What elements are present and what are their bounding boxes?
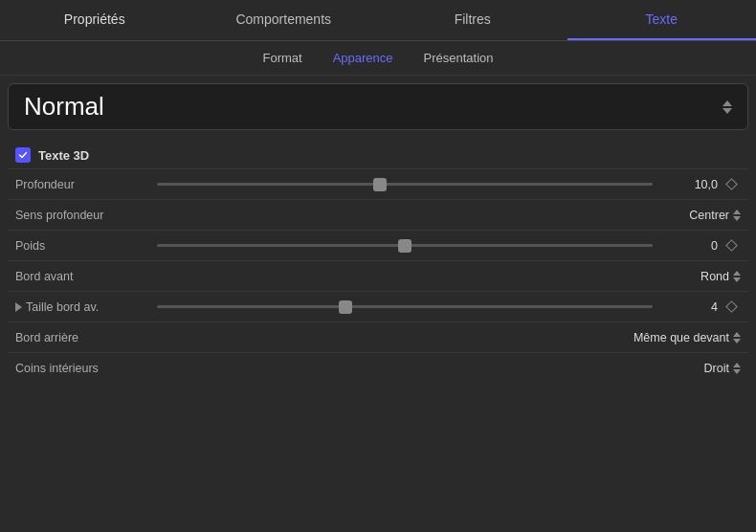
prop-label-bord-arriere: Bord arrière [15, 331, 149, 344]
prop-row-taille-bord-av: Taille bord av.4 [8, 291, 748, 321]
prop-label-poids: Poids [15, 239, 149, 253]
texte3d-label: Texte 3D [38, 148, 89, 163]
tab-proprietes[interactable]: Propriétés [0, 0, 189, 40]
texte3d-checkbox[interactable] [15, 147, 31, 163]
sub-tabs-bar: Format Apparence Présentation [0, 41, 756, 76]
prop-value-poids: 0 [660, 239, 718, 253]
dropdown-spinner-bord-avant[interactable] [733, 271, 741, 282]
subtab-apparence[interactable]: Apparence [329, 49, 397, 67]
prop-row-bord-arriere: Bord arrièreMême que devant [8, 321, 748, 352]
expand-arrow-taille-bord-av[interactable] [15, 302, 22, 312]
subtab-format[interactable]: Format [258, 49, 305, 67]
top-tabs-bar: Propriétés Comportements Filtres Texte [0, 0, 756, 41]
prop-value-profondeur: 10,0 [660, 178, 718, 191]
dropdown-bord-arriere[interactable]: Même que devant [634, 331, 741, 344]
slider-poids[interactable] [149, 244, 660, 247]
prop-row-coins-interieurs: Coins intérieursDroit [8, 352, 748, 383]
prop-label-profondeur: Profondeur [15, 178, 149, 191]
texte3d-checkbox-row: Texte 3D [8, 138, 748, 168]
prop-label-taille-bord-av: Taille bord av. [15, 300, 149, 314]
texte3d-section: Texte 3D Profondeur10,0Sens profondeurCe… [0, 138, 756, 383]
subtab-presentation[interactable]: Présentation [420, 49, 498, 67]
dropdown-spinner-coins-interieurs[interactable] [733, 363, 741, 374]
prop-row-sens-profondeur: Sens profondeurCentrer [8, 199, 748, 230]
prop-label-sens-profondeur: Sens profondeur [15, 209, 149, 222]
tab-filtres[interactable]: Filtres [378, 0, 567, 40]
dropdown-sens-profondeur[interactable]: Centrer [689, 209, 741, 222]
prop-row-profondeur: Profondeur10,0 [8, 168, 748, 199]
dropdown-spinner-bord-arriere[interactable] [733, 332, 741, 344]
slider-profondeur[interactable] [149, 183, 660, 186]
prop-value-taille-bord-av: 4 [660, 300, 718, 314]
tab-texte[interactable]: Texte [567, 0, 757, 40]
diamond-icon-poids[interactable] [722, 236, 741, 255]
tab-comportements[interactable]: Comportements [189, 0, 379, 40]
dropdown-bord-avant[interactable]: Rond [700, 270, 741, 283]
diamond-icon-taille-bord-av[interactable] [722, 298, 741, 317]
prop-row-bord-avant: Bord avantRond [8, 260, 748, 291]
style-selector[interactable]: Normal [8, 83, 748, 130]
diamond-icon-profondeur[interactable] [722, 175, 741, 194]
dropdown-coins-interieurs[interactable]: Droit [704, 362, 741, 375]
dropdown-spinner-sens-profondeur[interactable] [733, 210, 741, 221]
selector-spinner[interactable] [723, 100, 732, 114]
properties-list: Profondeur10,0Sens profondeurCentrerPoid… [8, 168, 748, 383]
prop-label-bord-avant: Bord avant [15, 270, 149, 283]
prop-label-coins-interieurs: Coins intérieurs [15, 362, 149, 375]
selector-value: Normal [24, 92, 104, 122]
prop-row-poids: Poids0 [8, 230, 748, 260]
slider-taille-bord-av[interactable] [149, 305, 660, 308]
